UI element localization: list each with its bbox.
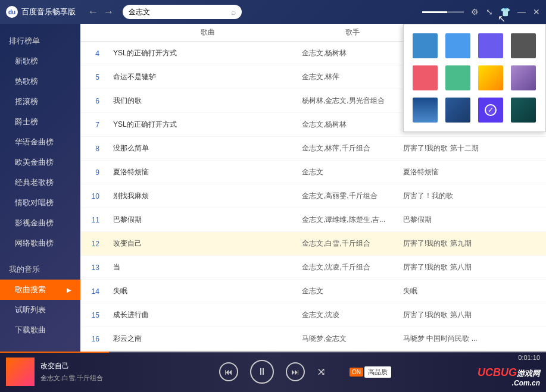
mini-mode-icon[interactable]: ⤡	[486, 7, 493, 17]
app-logo: du 百度音乐畅享版	[6, 6, 76, 18]
prev-button[interactable]: ⏮	[219, 362, 238, 381]
now-playing-artist: 金志文,白雪,千斤组合	[40, 374, 160, 382]
sidebar-item-chart-1[interactable]: 热歌榜	[0, 71, 80, 92]
table-row[interactable]: 14失眠金志文失眠	[80, 280, 546, 303]
player-bar: 0:01:10 改变自己 金志文,白雪,千斤组合 ⏮ ⏸ ⏭ ⤨ ON 高品质 …	[0, 352, 546, 392]
sidebar-item-chart-3[interactable]: 爵士榜	[0, 112, 80, 132]
volume-slider[interactable]	[422, 11, 464, 13]
next-button[interactable]: ⏭	[286, 362, 305, 381]
sidebar-item-my-1[interactable]: 试听列表	[0, 300, 80, 320]
theme-swatch-7[interactable]	[511, 65, 536, 90]
back-button[interactable]: ←	[88, 6, 98, 18]
close-button[interactable]: ✕	[533, 7, 540, 17]
titlebar: du 百度音乐畅享版 ← → ⌕ ⚙ ⤡ 👕 — ✕ ↖	[0, 0, 546, 24]
theme-icon[interactable]: 👕	[500, 7, 510, 17]
content-area: 歌曲 歌手 4YSL的正确打开方式金志文,杨树林厉5命运不是辘轳金志文,林萍厉6…	[80, 24, 546, 352]
settings-icon[interactable]: ⚙	[471, 7, 479, 17]
theme-swatch-3[interactable]	[511, 33, 536, 58]
theme-swatch-5[interactable]	[445, 65, 470, 90]
sidebar-section-charts: 排行榜单	[0, 31, 80, 51]
chevron-right-icon: ▶	[67, 287, 71, 293]
theme-swatch-11[interactable]	[511, 98, 536, 123]
table-row[interactable]: 10别找我麻烦金志文,高丽雯,千斤组合厉害了！我的歌	[80, 184, 546, 208]
sidebar-item-my-2[interactable]: 下载歌曲	[0, 320, 80, 340]
sidebar-item-chart-8[interactable]: 影视金曲榜	[0, 213, 80, 233]
table-row[interactable]: 15成长进行曲金志文,沈凌厉害了!我的歌 第八期	[80, 303, 546, 327]
search-box[interactable]: ⌕	[123, 5, 242, 19]
minimize-button[interactable]: —	[517, 7, 526, 17]
sidebar-item-chart-2[interactable]: 摇滚榜	[0, 92, 80, 112]
table-row[interactable]: 16彩云之南马晓梦,金志文马晓梦 中国时尚民歌 ...	[80, 327, 546, 351]
play-pause-button[interactable]: ⏸	[250, 360, 274, 384]
theme-swatch-4[interactable]	[413, 65, 438, 90]
table-row[interactable]: 8没那么简单金志文,林萍,千斤组合厉害了!我的歌 第十二期	[80, 137, 546, 161]
sidebar-item-chart-7[interactable]: 情歌对唱榜	[0, 193, 80, 213]
album-art[interactable]	[6, 357, 35, 386]
sidebar-item-chart-6[interactable]: 经典老歌榜	[0, 173, 80, 193]
theme-panel: ✓	[403, 24, 546, 132]
now-playing-title: 改变自己	[40, 361, 160, 371]
theme-swatch-9[interactable]	[445, 98, 470, 123]
header-song[interactable]: 歌曲	[104, 27, 302, 37]
table-row[interactable]: 13当金志文,沈凌,千斤组合厉害了!我的歌 第八期	[80, 256, 546, 280]
theme-swatch-0[interactable]	[413, 33, 438, 58]
table-row[interactable]: 9夏洛特烦恼金志文夏洛特烦恼	[80, 161, 546, 184]
search-input[interactable]	[129, 8, 231, 16]
check-icon: ✓	[485, 104, 497, 116]
sidebar-item-chart-9[interactable]: 网络歌曲榜	[0, 233, 80, 253]
time-display: 0:01:10	[518, 354, 540, 361]
theme-swatch-1[interactable]	[445, 33, 470, 58]
sidebar-item-chart-4[interactable]: 华语金曲榜	[0, 132, 80, 152]
sidebar-item-my-0[interactable]: 歌曲搜索▶	[0, 280, 80, 300]
theme-swatch-10[interactable]: ✓	[478, 98, 503, 123]
sidebar-item-chart-5[interactable]: 欧美金曲榜	[0, 152, 80, 173]
theme-swatch-6[interactable]	[478, 65, 503, 90]
app-title: 百度音乐畅享版	[21, 7, 76, 17]
logo-icon: du	[6, 6, 18, 18]
sidebar-item-chart-0[interactable]: 新歌榜	[0, 51, 80, 71]
sidebar: 排行榜单 新歌榜热歌榜摇滚榜爵士榜华语金曲榜欧美金曲榜经典老歌榜情歌对唱榜影视金…	[0, 24, 80, 352]
progress-bar[interactable]	[0, 352, 546, 353]
quality-badge[interactable]: ON 高品质	[350, 366, 391, 378]
theme-swatch-8[interactable]	[413, 98, 438, 123]
table-row[interactable]: 11巴黎假期金志文,谭维维,陈楚生,吉...巴黎假期	[80, 208, 546, 232]
search-icon[interactable]: ⌕	[231, 7, 236, 17]
sidebar-section-mymusic: 我的音乐	[0, 259, 80, 280]
shuffle-button[interactable]: ⤨	[317, 365, 326, 378]
table-row[interactable]: 12▶改变自己金志文,白雪,千斤组合厉害了!我的歌 第九期	[80, 232, 546, 256]
forward-button[interactable]: →	[103, 6, 114, 18]
header-artist[interactable]: 歌手	[302, 27, 403, 37]
theme-swatch-2[interactable]	[478, 33, 503, 58]
watermark: UCBUG游戏网 .Com.cn	[478, 366, 540, 387]
